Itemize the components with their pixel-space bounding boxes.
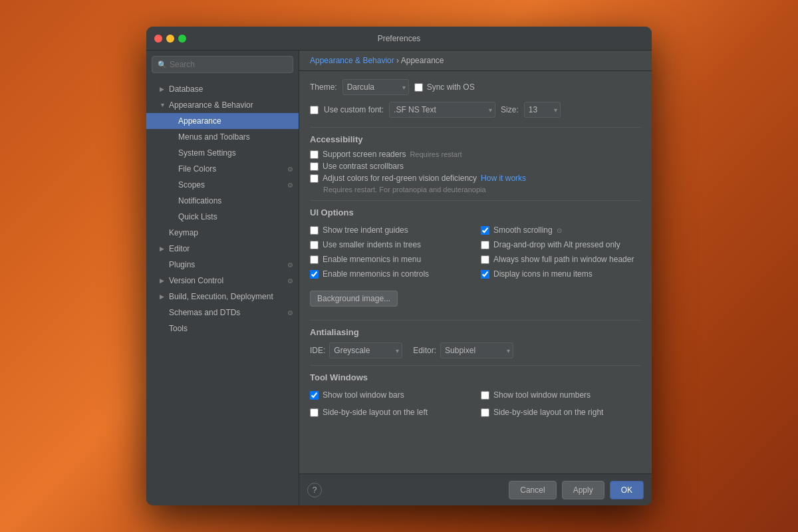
- ui-options-grid: Show tree indent guides Use smaller inde…: [310, 223, 641, 281]
- theme-select-wrapper[interactable]: Darcula IntelliJ Light High Contrast: [342, 79, 409, 95]
- how-it-works-link[interactable]: How it works: [481, 174, 526, 183]
- sidebar-item-database[interactable]: ▶ Database: [146, 81, 299, 97]
- antialiasing-title: Antialiasing: [310, 327, 641, 337]
- show-numbers-label: Show tool window numbers: [493, 390, 591, 400]
- theme-row: Theme: Darcula IntelliJ Light High Contr…: [310, 79, 641, 95]
- font-select[interactable]: .SF NS Text: [389, 102, 495, 118]
- sidebar-item-appearance-behavior[interactable]: ▼ Appearance & Behavior: [146, 97, 299, 113]
- settings-content: Theme: Darcula IntelliJ Light High Contr…: [299, 71, 652, 473]
- search-box[interactable]: 🔍: [152, 56, 293, 73]
- sidebar-item-build-execution[interactable]: ▶ Build, Execution, Deployment: [146, 289, 299, 305]
- sidebar-item-system-settings[interactable]: System Settings: [146, 145, 299, 161]
- show-bars-checkbox[interactable]: [310, 391, 319, 400]
- smooth-scrolling-checkbox[interactable]: [481, 226, 489, 235]
- show-numbers-checkbox[interactable]: [481, 391, 489, 400]
- icons-menu-checkbox[interactable]: [481, 270, 489, 279]
- antialiasing-section: Antialiasing IDE: Greyscale Subpixel Non…: [310, 327, 641, 358]
- antialiasing-row: IDE: Greyscale Subpixel None Editor:: [310, 342, 641, 358]
- custom-font-checkbox[interactable]: [310, 106, 319, 114]
- sidebar-item-tools[interactable]: Tools: [146, 321, 299, 336]
- maximize-button[interactable]: [178, 35, 186, 43]
- search-input[interactable]: [170, 60, 287, 69]
- custom-font-row: Use custom font: .SF NS Text Size: 13: [310, 102, 641, 118]
- ide-antialias-select[interactable]: Greyscale Subpixel None: [329, 342, 402, 358]
- drag-drop-checkbox[interactable]: [481, 241, 489, 249]
- font-size-select[interactable]: 13: [524, 102, 561, 118]
- ui-options-right: Smooth scrolling ⊙ Drag-and-drop with Al…: [481, 223, 641, 281]
- preferences-window: Preferences 🔍 ▶ Database ▼ Appearance & …: [146, 27, 652, 505]
- tree-indent-checkbox[interactable]: [310, 226, 319, 235]
- sync-with-os-checkbox[interactable]: [414, 83, 423, 92]
- expand-arrow-icon: ▶: [160, 293, 169, 300]
- window-title: Preferences: [378, 34, 421, 43]
- right-panel: Appearance & Behavior › Appearance Theme…: [299, 51, 652, 505]
- icons-menu-row: Display icons in menu items: [481, 267, 641, 281]
- ide-antialias-label: IDE:: [310, 346, 325, 355]
- sidebar-item-quick-lists[interactable]: Quick Lists: [146, 209, 299, 225]
- sidebar-item-scopes[interactable]: Scopes ⚙: [146, 177, 299, 193]
- sidebar: 🔍 ▶ Database ▼ Appearance & Behavior App…: [146, 51, 299, 505]
- mnemonics-menu-checkbox[interactable]: [310, 255, 319, 264]
- sidebar-item-plugins[interactable]: Plugins ⚙: [146, 257, 299, 273]
- ide-antialias-select-wrapper[interactable]: Greyscale Subpixel None: [329, 342, 402, 358]
- requires-restart-label: Requires restart: [410, 150, 462, 158]
- contrast-scrollbars-row: Use contrast scrollbars: [310, 162, 641, 171]
- tree-indent-row: Show tree indent guides: [310, 223, 470, 237]
- expand-arrow-icon: ▶: [160, 245, 169, 252]
- settings-badge-icon: ⚙: [287, 166, 293, 173]
- side-left-checkbox[interactable]: [310, 408, 319, 417]
- sync-with-os-row: Sync with OS: [414, 82, 475, 92]
- settings-badge-icon: ⚙: [287, 277, 293, 285]
- minimize-button[interactable]: [166, 35, 174, 43]
- editor-antialias-item: Editor: Subpixel Greyscale None: [413, 342, 513, 358]
- smooth-scrolling-help-icon[interactable]: ⊙: [557, 227, 562, 234]
- editor-antialias-select-wrapper[interactable]: Subpixel Greyscale None: [440, 342, 513, 358]
- tool-windows-title: Tool Windows: [310, 372, 641, 382]
- mnemonics-controls-checkbox[interactable]: [310, 270, 319, 279]
- action-buttons: Cancel Apply OK: [509, 481, 644, 499]
- theme-select[interactable]: Darcula IntelliJ Light High Contrast: [342, 79, 409, 95]
- icons-menu-label: Display icons in menu items: [493, 269, 593, 279]
- sidebar-item-file-colors[interactable]: File Colors ⚙: [146, 161, 299, 177]
- sidebar-item-version-control[interactable]: ▶ Version Control ⚙: [146, 273, 299, 289]
- smooth-scrolling-row: Smooth scrolling ⊙: [481, 223, 641, 237]
- drag-drop-label: Drag-and-drop with Alt pressed only: [493, 240, 620, 249]
- font-select-wrapper[interactable]: .SF NS Text: [389, 102, 495, 118]
- settings-badge-icon: ⚙: [287, 309, 293, 317]
- color-deficiency-label: Adjust colors for red-green vision defic…: [323, 174, 477, 183]
- sidebar-item-schemas-dtds[interactable]: Schemas and DTDs ⚙: [146, 305, 299, 321]
- close-button[interactable]: [154, 35, 162, 43]
- side-right-checkbox[interactable]: [481, 408, 489, 417]
- color-deficiency-subnote: Requires restart. For protanopia and deu…: [323, 186, 641, 194]
- sidebar-item-editor[interactable]: ▶ Editor: [146, 241, 299, 257]
- sidebar-item-menus-toolbars[interactable]: Menus and Toolbars: [146, 129, 299, 145]
- breadcrumb-parent[interactable]: Appearance & Behavior: [310, 56, 394, 65]
- show-bars-row: Show tool window bars: [310, 388, 470, 402]
- cancel-button[interactable]: Cancel: [509, 481, 556, 499]
- screen-readers-checkbox[interactable]: [310, 150, 319, 159]
- sidebar-item-keymap[interactable]: Keymap: [146, 225, 299, 241]
- drag-drop-row: Drag-and-drop with Alt pressed only: [481, 237, 641, 252]
- help-button[interactable]: ?: [307, 483, 322, 497]
- side-left-row: Side-by-side layout on the left: [310, 405, 470, 420]
- sidebar-item-appearance[interactable]: Appearance: [146, 113, 299, 129]
- editor-antialias-label: Editor:: [413, 346, 436, 355]
- smaller-indents-checkbox[interactable]: [310, 241, 319, 249]
- contrast-scrollbars-checkbox[interactable]: [310, 162, 319, 171]
- accessibility-title: Accessibility: [310, 134, 641, 144]
- traffic-lights: [154, 35, 186, 43]
- smooth-scrolling-label: Smooth scrolling: [493, 225, 553, 235]
- theme-label: Theme:: [310, 82, 337, 92]
- size-label: Size:: [501, 105, 519, 114]
- tool-windows-section: Tool Windows Show tool window bars Show …: [310, 372, 641, 420]
- ok-button[interactable]: OK: [610, 481, 644, 499]
- screen-readers-row: Support screen readers Requires restart: [310, 150, 641, 159]
- size-select-wrapper[interactable]: 13: [524, 102, 561, 118]
- sidebar-item-notifications[interactable]: Notifications: [146, 193, 299, 209]
- custom-font-label: Use custom font:: [324, 105, 384, 114]
- full-path-checkbox[interactable]: [481, 255, 489, 264]
- editor-antialias-select[interactable]: Subpixel Greyscale None: [440, 342, 513, 358]
- apply-button[interactable]: Apply: [562, 481, 604, 499]
- background-image-button[interactable]: Background image...: [310, 291, 398, 307]
- color-deficiency-checkbox[interactable]: [310, 174, 319, 183]
